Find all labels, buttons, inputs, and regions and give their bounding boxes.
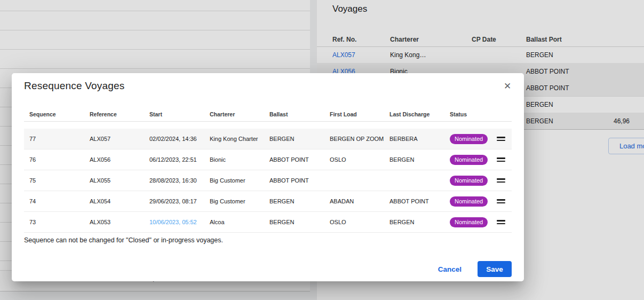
dialog-actions: Cancel Save	[436, 261, 512, 277]
cell-last-discharge: BERGEN	[384, 219, 444, 225]
column-header-last-discharge: Last Discharge	[384, 111, 444, 117]
cell-ballast: BERGEN	[264, 219, 324, 225]
cell-charterer: Alcoa	[204, 219, 264, 225]
close-icon[interactable]: ✕	[500, 80, 514, 93]
voyage-row-77: 77 ALX057 02/02/2024, 14:36 King Kong Ch…	[24, 129, 512, 149]
cancel-button[interactable]: Cancel	[436, 265, 464, 273]
cell-charterer: Bionic	[204, 156, 264, 163]
cell-reference: ALX056	[84, 156, 144, 163]
cell-ballast: BERGEN	[264, 136, 324, 142]
cell-start: 29/06/2023, 08:17	[144, 198, 204, 204]
cell-last-discharge: BERBERA	[384, 136, 444, 142]
drag-handle-icon[interactable]	[497, 157, 505, 162]
cell-ballast: BERGEN	[264, 198, 324, 204]
column-header-sequence: Sequence	[24, 111, 84, 117]
cell-ballast: ABBOT POINT	[264, 156, 324, 163]
column-header-charterer: Charterer	[204, 111, 264, 117]
voyage-row-74: 74 ALX054 29/06/2023, 08:17 Big Customer…	[24, 191, 512, 212]
drag-handle-icon[interactable]	[497, 178, 505, 183]
cell-sequence: 77	[24, 136, 84, 142]
voyage-row-75: 75 ALX055 28/08/2023, 16:30 Big Customer…	[24, 170, 512, 191]
cell-first-load: ABADAN	[324, 198, 384, 204]
cell-first-load: OSLO	[324, 156, 384, 163]
cell-charterer: Big Customer	[204, 198, 264, 204]
status-badge: Nominated	[450, 176, 488, 186]
cell-charterer: King Kong Charter	[204, 136, 264, 142]
resequence-header-row: Sequence Reference Start Charterer Balla…	[24, 107, 512, 122]
voyage-row-76: 76 ALX056 06/12/2023, 22:51 Bionic ABBOT…	[24, 149, 512, 170]
cell-sequence: 73	[24, 219, 84, 225]
save-button[interactable]: Save	[478, 261, 512, 277]
cell-start: 28/08/2023, 16:30	[144, 177, 204, 184]
cell-first-load: BERGEN OP ZOOM	[324, 136, 384, 142]
cell-reference: ALX055	[84, 177, 144, 184]
cell-reference: ALX054	[84, 198, 144, 204]
column-header-first-load: First Load	[324, 111, 384, 117]
cell-first-load: OSLO	[324, 219, 384, 225]
cell-sequence: 75	[24, 177, 84, 184]
start-date-link[interactable]: 10/06/2023, 05:52	[149, 219, 197, 225]
cell-sequence: 74	[24, 198, 84, 204]
cell-sequence: 76	[24, 156, 84, 163]
resequence-table: Sequence Reference Start Charterer Balla…	[24, 107, 512, 233]
drag-handle-icon[interactable]	[497, 199, 505, 203]
column-header-ballast: Ballast	[264, 111, 324, 117]
cell-last-discharge: ABBOT POINT	[384, 198, 444, 204]
cell-reference: ALX053	[84, 219, 144, 225]
drag-handle-icon[interactable]	[497, 137, 505, 141]
cell-reference: ALX057	[84, 136, 144, 142]
status-badge: Nominated	[450, 134, 488, 144]
cell-ballast: ABBOT POINT	[264, 177, 324, 184]
cell-start: 02/02/2024, 14:36	[144, 136, 204, 142]
column-header-reference: Reference	[84, 111, 144, 117]
resequence-voyages-dialog: Resequence Voyages ✕ Sequence Reference …	[12, 73, 524, 281]
voyage-row-73: 73 ALX053 10/06/2023, 05:52 Alcoa BERGEN…	[24, 212, 512, 233]
cell-last-discharge: BERGEN	[384, 156, 444, 163]
column-header-start: Start	[144, 111, 204, 117]
status-badge: Nominated	[450, 217, 488, 227]
dialog-note: Sequence can not be changed for "Closed"…	[24, 236, 223, 244]
table-spacer	[24, 122, 512, 129]
drag-handle-icon[interactable]	[497, 220, 505, 224]
cell-charterer: Big Customer	[204, 177, 264, 184]
status-badge: Nominated	[450, 155, 488, 165]
status-badge: Nominated	[450, 196, 488, 207]
dialog-title: Resequence Voyages	[24, 80, 124, 92]
column-header-status: Status	[444, 111, 490, 117]
cell-start: 06/12/2023, 22:51	[144, 156, 204, 163]
